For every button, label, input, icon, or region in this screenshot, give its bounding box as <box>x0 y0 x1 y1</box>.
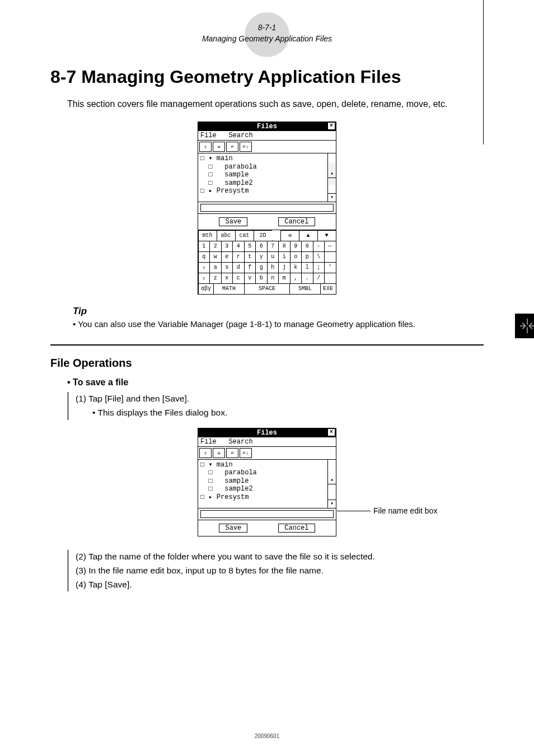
scroll-up-icon-2[interactable]: ▴ <box>328 476 336 484</box>
tree-scrollbar[interactable]: ▴ ▾ <box>327 153 336 202</box>
new-folder-icon-2[interactable]: ✳ <box>213 448 225 458</box>
kb-key[interactable]: 1 <box>198 241 210 252</box>
header-section-title: Managing Geometry Application Files <box>50 34 484 45</box>
cancel-button[interactable]: Cancel <box>278 217 315 226</box>
binoculars-icon[interactable]: ⌕ <box>226 142 238 152</box>
kb-key[interactable]: d <box>232 262 245 273</box>
kb-key[interactable]: . <box>301 273 313 284</box>
close-icon[interactable]: × <box>328 123 335 129</box>
kb-key[interactable]: l <box>301 262 313 273</box>
kb-key[interactable] <box>324 273 336 284</box>
tree-scrollbar-2[interactable]: ▴ ▾ <box>327 460 336 508</box>
kb-key[interactable]: q <box>198 251 210 263</box>
folder-tree[interactable]: □ ▾ main □ parabola □ sample □ sample2 □… <box>198 153 336 202</box>
kb-key[interactable] <box>324 251 336 263</box>
binoculars-icon-2[interactable]: ⌕ <box>226 448 238 458</box>
kb-key[interactable]: / <box>313 273 325 284</box>
kb-down-icon[interactable]: ▼ <box>317 230 336 241</box>
kb-key[interactable]: 2 <box>209 241 222 252</box>
kb-key[interactable]: u <box>267 251 279 263</box>
kb-key[interactable]: g <box>255 262 268 273</box>
up-folder-icon[interactable]: ⇧ <box>199 142 212 152</box>
scroll-thumb[interactable] <box>329 162 335 185</box>
scroll-down-icon[interactable]: ▾ <box>328 193 336 202</box>
kb-key[interactable]: v <box>244 273 256 284</box>
kb-key[interactable]: h <box>267 262 279 273</box>
dialog-menubar: File Search <box>198 131 336 141</box>
kb-key[interactable]: ' <box>324 262 336 273</box>
folder-tree-2[interactable]: □ ▾ main □ parabola □ sample □ sample2 □… <box>198 460 336 508</box>
kb-key[interactable]: y <box>255 251 268 263</box>
kb-key[interactable]: k <box>290 262 302 273</box>
kb-math[interactable]: MATH <box>213 283 245 295</box>
kb-key[interactable]: j <box>278 262 291 273</box>
kb-alpha[interactable]: αβγ <box>198 283 214 295</box>
kb-key[interactable]: ← <box>324 241 336 252</box>
kb-key[interactable]: , <box>290 273 302 284</box>
dialog-button-row: Save Cancel <box>198 214 336 230</box>
kb-key[interactable]: 8 <box>278 241 291 252</box>
registration-mark-icon <box>515 314 534 338</box>
scroll-down-icon-2[interactable]: ▾ <box>328 500 336 508</box>
kb-key[interactable]: o <box>290 251 302 263</box>
kb-up-icon[interactable]: ▲ <box>299 230 318 241</box>
save-button-2[interactable]: Save <box>219 524 247 533</box>
kb-exe[interactable]: EXE <box>320 283 336 295</box>
kb-key[interactable]: - <box>313 241 325 252</box>
kb-key[interactable]: 9 <box>290 241 302 252</box>
kb-key[interactable]: p <box>301 251 313 263</box>
kb-key[interactable]: e <box>221 251 233 263</box>
kb-key[interactable]: 0 <box>301 241 313 252</box>
new-folder-icon[interactable]: ✳ <box>213 142 225 152</box>
kb-key[interactable]: t <box>244 251 256 263</box>
menu-file[interactable]: File <box>200 132 217 139</box>
save-button[interactable]: Save <box>219 217 247 226</box>
kb-key[interactable]: c <box>232 273 245 284</box>
kb-key[interactable]: z <box>209 273 222 284</box>
kb-num-row: 1234567890-← <box>198 241 336 251</box>
cancel-button-2[interactable]: Cancel <box>278 524 315 533</box>
kb-key[interactable]: i <box>278 251 291 263</box>
menu-search[interactable]: Search <box>228 132 252 139</box>
kb-key[interactable]: 5 <box>244 241 256 252</box>
step-1: (1) Tap [File] and then [Save]. <box>76 392 484 406</box>
dialog-toolbar: ⇧ ✳ ⌕ ⌕↓ <box>198 141 336 153</box>
kb-key[interactable]: f <box>244 262 256 273</box>
dialog-title-2: Files <box>257 429 277 437</box>
kb-key[interactable]: m <box>278 273 291 284</box>
kb-key[interactable]: 7 <box>267 241 279 252</box>
page-header: 8-7-1 Managing Geometry Application File… <box>50 22 484 44</box>
kb-tab-cat[interactable]: cat <box>235 230 254 241</box>
kb-q-row: qwertyuiop\ <box>198 251 336 262</box>
kb-key[interactable]: a <box>209 262 222 273</box>
menu-search-2[interactable]: Search <box>228 438 252 446</box>
menu-file-2[interactable]: File <box>200 438 217 446</box>
kb-key[interactable]: ⇪ <box>198 262 210 273</box>
kb-key[interactable]: ; <box>313 262 325 273</box>
kb-space[interactable]: SPACE <box>244 283 290 295</box>
binoculars-down-icon[interactable]: ⌕↓ <box>240 142 252 152</box>
filename-input[interactable] <box>200 204 334 212</box>
kb-key[interactable]: x <box>221 273 233 284</box>
kb-key[interactable]: 6 <box>255 241 268 252</box>
kb-key[interactable]: w <box>209 251 222 263</box>
close-icon-2[interactable]: × <box>328 429 335 436</box>
kb-key[interactable]: n <box>267 273 279 284</box>
kb-tab-mth[interactable]: mth <box>198 230 217 241</box>
kb-key[interactable]: s <box>221 262 233 273</box>
kb-key[interactable]: 3 <box>221 241 233 252</box>
up-folder-icon-2[interactable]: ⇧ <box>199 448 212 458</box>
kb-tab-abc[interactable]: abc <box>217 230 236 241</box>
kb-backspace-icon[interactable]: ⌫ <box>280 230 299 241</box>
kb-key[interactable]: \ <box>313 251 325 263</box>
kb-tab-2d[interactable]: 2D <box>254 230 273 241</box>
kb-key[interactable]: b <box>255 273 268 284</box>
registration-mark-svg <box>520 319 534 333</box>
binoculars-down-icon-2[interactable]: ⌕↓ <box>240 448 252 458</box>
kb-key[interactable]: r <box>232 251 245 263</box>
step-3: (3) In the file name edit box, input up … <box>76 564 484 578</box>
filename-input-2[interactable] <box>200 510 334 518</box>
kb-smbl[interactable]: SMBL <box>289 283 321 295</box>
kb-key[interactable]: ⇧ <box>198 273 210 284</box>
kb-key[interactable]: 4 <box>232 241 245 252</box>
